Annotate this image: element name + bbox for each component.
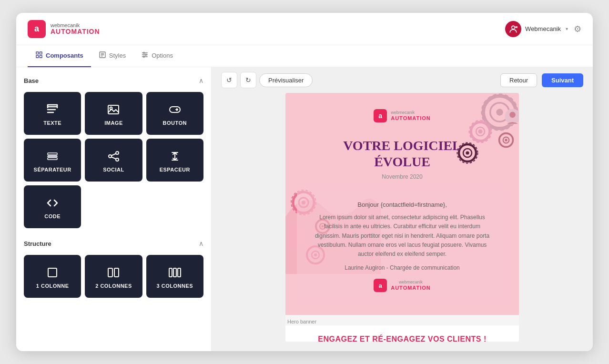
email-section2: ENGAGEZ ET RÉ-ENGAGEZ VOS CLIENTS ! [285, 325, 519, 342]
suivant-button[interactable]: Suivant [542, 73, 583, 87]
3colonnes-label: 3 COLONNES [157, 283, 193, 289]
espaceur-label: ESPACEUR [160, 167, 190, 172]
1colonne-icon [46, 266, 59, 279]
email-greeting: Bonjour {contactfield=firstname}, [312, 201, 492, 208]
tab-composants-label: Composants [46, 52, 83, 59]
sidebar: Base ∧ TEXTE [16, 67, 212, 351]
separateur-label: SÉPARATEUR [34, 167, 71, 172]
svg-rect-36 [178, 268, 181, 277]
retour-button[interactable]: Retour [500, 73, 537, 87]
styles-icon [99, 51, 106, 60]
main-content: Base ∧ TEXTE [16, 67, 593, 351]
structure-section-toggle[interactable]: ∧ [199, 240, 203, 247]
logo-icon: a [28, 20, 46, 38]
email-date: Novembre 2020 [382, 173, 422, 180]
svg-point-39 [496, 109, 503, 115]
base-section-header: Base ∧ [24, 75, 203, 86]
email-body: Bonjour {contactfield=firstname}, Lorem … [297, 190, 508, 303]
bouton-label: BOUTON [163, 120, 187, 126]
texte-label: TEXTE [43, 120, 61, 126]
email-logo-icon: a [374, 109, 387, 122]
tab-composants[interactable]: Composants [28, 45, 91, 67]
email-logo: a webmecanik AUTOMATION [374, 109, 431, 122]
svg-rect-5 [36, 55, 39, 58]
svg-point-52 [466, 151, 469, 154]
svg-point-14 [143, 52, 145, 54]
svg-point-27 [109, 155, 112, 158]
user-badge[interactable]: Webmecanik ▾ [505, 21, 568, 37]
svg-point-15 [145, 54, 147, 56]
email-hero: a webmecanik AUTOMATION VOTRE LOGICIEL É… [285, 93, 519, 315]
structure-components-grid: 1 COLONNE 2 COLONNES [24, 255, 203, 298]
image-label: IMAGE [104, 120, 123, 126]
svg-point-28 [116, 158, 119, 161]
nav-tabs: Composants Styles [16, 45, 593, 67]
tab-styles[interactable]: Styles [91, 45, 133, 67]
email-footer-brand: webmecanik AUTOMATION [391, 280, 431, 291]
3colonnes-icon [168, 266, 182, 279]
composants-icon [35, 51, 43, 60]
svg-rect-33 [114, 268, 119, 277]
email-title: VOTRE LOGICIEL ÉVOLUE [343, 138, 461, 170]
tab-options-label: Options [152, 52, 173, 59]
toolbar-right: Retour Suivant [500, 73, 583, 87]
toolbar-left: ↺ ↻ Prévisualiser [221, 72, 313, 88]
svg-rect-22 [170, 107, 180, 112]
component-social[interactable]: SOCIAL [85, 139, 142, 182]
base-components-grid: TEXTE IMAGE [24, 92, 203, 228]
hero-banner-label: Hero banner [287, 319, 316, 324]
svg-point-49 [509, 112, 516, 118]
code-icon [46, 196, 59, 210]
logo-brand: AUTOMATION [51, 28, 100, 35]
texte-icon [46, 103, 59, 116]
hero-banner-label-row: Hero banner [285, 315, 519, 325]
svg-rect-20 [108, 105, 119, 114]
svg-point-26 [116, 152, 119, 154]
gear-icon[interactable]: ⚙ [574, 24, 581, 34]
preview-button[interactable]: Prévisualiser [259, 73, 313, 87]
svg-point-16 [143, 56, 145, 58]
component-2colonnes[interactable]: 2 COLONNES [85, 255, 142, 298]
component-image[interactable]: IMAGE [85, 92, 142, 135]
component-code[interactable]: CODE [24, 185, 81, 228]
redo-button[interactable]: ↻ [240, 72, 256, 88]
logo-text: webmecanik AUTOMATION [51, 22, 100, 35]
svg-rect-31 [48, 268, 57, 277]
structure-section-header: Structure ∧ [24, 238, 203, 249]
header: a webmecanik AUTOMATION Webmecanik ▾ [16, 13, 593, 45]
svg-point-43 [478, 130, 483, 134]
1colonne-label: 1 COLONNE [36, 283, 69, 289]
undo-button[interactable]: ↺ [221, 72, 237, 88]
preview-toolbar: ↺ ↻ Prévisualiser Retour Suivant [212, 67, 593, 93]
image-icon [107, 103, 120, 116]
2colonnes-icon [107, 266, 120, 279]
svg-rect-3 [36, 52, 39, 54]
svg-rect-24 [48, 156, 57, 157]
code-label: CODE [44, 213, 61, 219]
email-preview: a webmecanik AUTOMATION VOTRE LOGICIEL É… [285, 93, 519, 342]
component-bouton[interactable]: BOUTON [146, 92, 203, 135]
preview-scroll[interactable]: a webmecanik AUTOMATION VOTRE LOGICIEL É… [212, 93, 593, 351]
2colonnes-label: 2 COLONNES [95, 283, 132, 289]
email-footer-logo: a webmecanik AUTOMATION [312, 279, 492, 292]
email-section2-title: ENGAGEZ ET RÉ-ENGAGEZ VOS CLIENTS ! [297, 335, 508, 342]
avatar [505, 21, 521, 37]
component-1colonne[interactable]: 1 COLONNE [24, 255, 81, 298]
email-body-text: Lorem ipsum dolor sit amet, consectetur … [312, 213, 492, 259]
component-separateur[interactable]: SÉPARATEUR [24, 139, 81, 182]
base-section-toggle[interactable]: ∧ [199, 77, 203, 84]
structure-section-title: Structure [24, 240, 51, 247]
tab-options[interactable]: Options [133, 45, 181, 67]
tab-styles-label: Styles [109, 52, 126, 59]
component-texte[interactable]: TEXTE [24, 92, 81, 135]
svg-point-47 [505, 139, 507, 141]
espaceur-icon [168, 150, 182, 163]
svg-rect-4 [40, 52, 42, 54]
component-espaceur[interactable]: ESPACEUR [146, 139, 203, 182]
component-3colonnes[interactable]: 3 COLONNES [146, 255, 203, 298]
svg-line-30 [112, 157, 116, 159]
svg-rect-35 [173, 268, 176, 277]
chevron-down-icon: ▾ [566, 26, 568, 31]
svg-rect-23 [48, 153, 57, 155]
svg-rect-32 [108, 268, 112, 277]
